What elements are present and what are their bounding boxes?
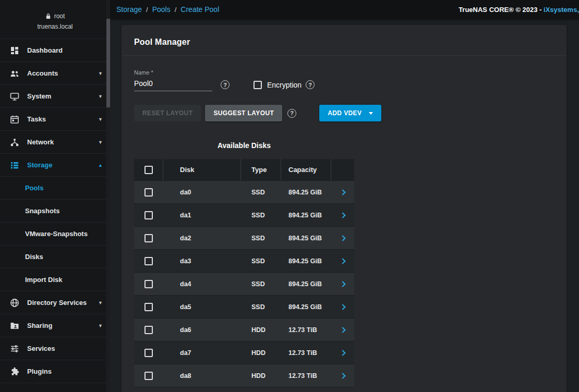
disk-capacity: 12.73 TiB <box>281 341 331 364</box>
select-all-checkbox[interactable] <box>144 166 153 174</box>
disk-capacity: 894.25 GiB <box>281 296 331 318</box>
disk-type: SSD <box>241 204 281 226</box>
sidebar-item-vmware-snapshots[interactable]: VMware-Snapshots <box>0 223 110 246</box>
breadcrumb-pools[interactable]: Pools <box>152 5 171 14</box>
disk-name: da2 <box>163 227 241 249</box>
encryption-group: Encryption ? <box>254 80 315 89</box>
sidebar-item-storage[interactable]: Storage ▲ <box>0 154 110 177</box>
sidebar-item-label: Plugins <box>27 368 52 375</box>
expand-row-icon[interactable] <box>340 235 345 241</box>
directory-services-icon <box>9 298 20 308</box>
column-header-capacity[interactable]: Capacity <box>281 159 331 180</box>
select-disk-checkbox[interactable] <box>144 349 153 357</box>
chevron-down-icon: ▼ <box>98 94 103 99</box>
name-field-label: Name * <box>134 69 212 76</box>
expand-row-icon[interactable] <box>340 327 345 333</box>
disk-capacity: 894.25 GiB <box>281 250 331 272</box>
name-help-icon[interactable]: ? <box>221 80 230 89</box>
sidebar-item-label: Sharing <box>27 322 52 329</box>
host-name: truenas.local <box>0 23 110 30</box>
sidebar-item-tasks[interactable]: Tasks ▼ <box>0 108 110 131</box>
reset-layout-button[interactable]: RESET LAYOUT <box>134 105 201 121</box>
encryption-label: Encryption <box>267 81 301 89</box>
disk-type: SSD <box>241 250 281 272</box>
expand-row-icon[interactable] <box>340 373 345 378</box>
select-disk-checkbox[interactable] <box>144 372 153 380</box>
expand-row-icon[interactable] <box>340 350 345 356</box>
sidebar-item-pools[interactable]: Pools <box>0 177 110 200</box>
disk-table-body: da0 SSD 894.25 GiB da1 SSD 894.25 GiB da… <box>134 181 354 387</box>
sidebar-item-sharing[interactable]: Sharing ▼ <box>0 314 110 337</box>
sidebar-scrollbar[interactable] <box>106 0 110 392</box>
disk-type: SSD <box>241 181 281 203</box>
sidebar-item-plugins[interactable]: Plugins <box>0 360 110 383</box>
column-header-type[interactable]: Type <box>241 159 281 180</box>
sidebar-item-system[interactable]: System ▼ <box>0 85 110 108</box>
disk-type: HDD <box>241 341 281 364</box>
layout-help-icon[interactable]: ? <box>287 109 296 118</box>
disk-capacity: 12.73 TiB <box>281 364 331 387</box>
name-field-group: Name * <box>134 69 212 91</box>
expand-row-icon[interactable] <box>340 304 345 310</box>
breadcrumb-create-pool[interactable]: Create Pool <box>180 5 219 14</box>
main-content: Pool Manager Name * ? Encryption ? RESET… <box>110 19 579 392</box>
select-disk-checkbox[interactable] <box>144 303 153 311</box>
sidebar-item-network[interactable]: Network ▼ <box>0 131 110 154</box>
encryption-help-icon[interactable]: ? <box>306 80 315 89</box>
select-disk-checkbox[interactable] <box>144 326 153 334</box>
select-disk-checkbox[interactable] <box>144 211 153 219</box>
disk-name: da3 <box>163 250 241 272</box>
disk-row: da1 SSD 894.25 GiB <box>134 204 354 227</box>
select-disk-checkbox[interactable] <box>144 280 153 288</box>
disk-row: da8 HDD 12.73 TiB <box>134 364 354 387</box>
sidebar-item-label: Accounts <box>27 69 58 77</box>
disk-name: da5 <box>163 296 241 318</box>
add-vdev-button[interactable]: ADD VDEV <box>319 105 381 121</box>
sidebar-subitem-label: Import Disk <box>25 276 63 284</box>
disk-row: da0 SSD 894.25 GiB <box>134 181 354 204</box>
sidebar-subitem-label: Pools <box>25 184 43 192</box>
sidebar-item-services[interactable]: Services <box>0 337 110 360</box>
accounts-icon <box>9 68 20 79</box>
user-block: root truenas.local <box>0 0 110 39</box>
breadcrumb-storage[interactable]: Storage <box>116 5 142 14</box>
column-header-disk[interactable]: Disk <box>163 159 241 180</box>
select-disk-checkbox[interactable] <box>144 188 153 197</box>
pool-name-input[interactable] <box>134 79 212 91</box>
sidebar-item-directory-services[interactable]: Directory Services ▼ <box>0 291 110 314</box>
topbar: Storage / Pools / Create Pool TrueNAS CO… <box>110 0 579 19</box>
available-disks-title: Available Disks <box>134 141 354 150</box>
encryption-checkbox[interactable] <box>254 81 262 89</box>
suggest-layout-button[interactable]: SUGGEST LAYOUT <box>205 105 282 121</box>
brand-text: TrueNAS CORE® © 2023 - iXsystems, <box>459 6 579 14</box>
disk-name: da6 <box>163 318 241 341</box>
disk-table-header: Disk Type Capacity <box>134 159 354 181</box>
expand-row-icon[interactable] <box>340 281 345 287</box>
expand-row-icon[interactable] <box>340 189 345 195</box>
sidebar-item-import-disk[interactable]: Import Disk <box>0 268 110 291</box>
ixsystems-link[interactable]: iXsystems, <box>544 6 579 14</box>
sidebar-item-disks[interactable]: Disks <box>0 246 110 268</box>
column-header-expand <box>331 159 354 180</box>
pool-form-row: Name * ? Encryption ? <box>134 69 554 91</box>
disk-row: da7 HDD 12.73 TiB <box>134 341 354 364</box>
chevron-down-icon: ▼ <box>98 323 103 328</box>
storage-icon <box>9 160 20 170</box>
sidebar-item-dashboard[interactable]: Dashboard <box>0 39 110 62</box>
disk-row: da2 SSD 894.25 GiB <box>134 227 354 250</box>
layout-buttons-row: RESET LAYOUT SUGGEST LAYOUT ? ADD VDEV <box>134 105 554 121</box>
sidebar-item-label: Storage <box>27 161 52 169</box>
disk-capacity: 894.25 GiB <box>281 204 331 226</box>
disk-type: SSD <box>241 296 281 318</box>
scrollbar-thumb[interactable] <box>106 19 110 107</box>
sidebar-item-snapshots[interactable]: Snapshots <box>0 200 110 223</box>
select-disk-checkbox[interactable] <box>144 234 153 242</box>
disk-name: da4 <box>163 273 241 295</box>
disk-type: SSD <box>241 273 281 295</box>
select-disk-checkbox[interactable] <box>144 257 153 265</box>
expand-row-icon[interactable] <box>340 258 345 264</box>
sidebar-item-label: Network <box>27 138 54 146</box>
plugins-icon <box>9 366 20 377</box>
expand-row-icon[interactable] <box>340 212 345 218</box>
sidebar-item-accounts[interactable]: Accounts ▼ <box>0 62 110 85</box>
